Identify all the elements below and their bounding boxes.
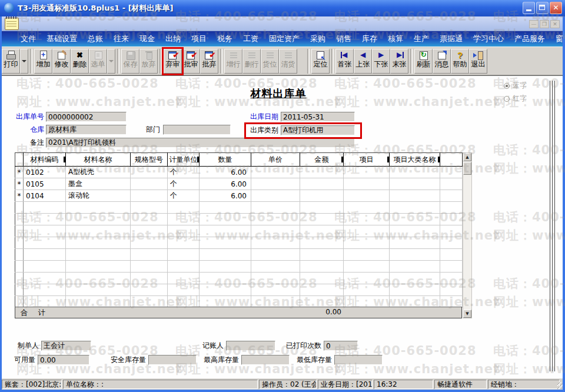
grid-cell[interactable] bbox=[251, 214, 300, 225]
grid-cell[interactable] bbox=[440, 237, 463, 249]
grid-cell[interactable] bbox=[131, 167, 168, 178]
toolbar-delete-button[interactable]: 删除 bbox=[71, 49, 89, 74]
grid-cell[interactable] bbox=[200, 249, 251, 261]
grid-cell[interactable] bbox=[344, 261, 390, 273]
row-selector-cell[interactable] bbox=[15, 296, 24, 308]
grid-cell[interactable] bbox=[168, 273, 200, 284]
grid-cell[interactable] bbox=[300, 225, 344, 237]
safety-stock-input[interactable] bbox=[148, 355, 197, 365]
grid-cell[interactable] bbox=[344, 178, 390, 190]
toolbar-exit-button[interactable]: 退出 bbox=[469, 49, 487, 74]
grid-cell[interactable]: 0105 bbox=[24, 178, 66, 190]
toolbar-print-button[interactable]: 打印 bbox=[2, 49, 20, 74]
grid-cell[interactable] bbox=[344, 190, 390, 202]
toolbar-batch-approve-button[interactable]: 批审 bbox=[182, 49, 200, 74]
menu-item-9[interactable]: 固定资产 bbox=[264, 31, 305, 46]
scrollbar-thumb[interactable] bbox=[463, 162, 471, 175]
grid-cell[interactable] bbox=[66, 296, 131, 308]
maker-input[interactable] bbox=[41, 341, 91, 351]
menu-item-14[interactable]: 生产 bbox=[408, 31, 434, 46]
grid-cell[interactable] bbox=[200, 237, 251, 249]
toolbar-last-button[interactable]: 末张 bbox=[390, 49, 408, 74]
grid-cell[interactable] bbox=[251, 225, 300, 237]
child-minimize-button[interactable]: — bbox=[529, 20, 539, 28]
department-input[interactable] bbox=[163, 125, 231, 135]
grid-cell[interactable] bbox=[24, 273, 66, 284]
grid-cell[interactable] bbox=[131, 249, 168, 261]
grid-cell[interactable] bbox=[251, 202, 300, 214]
toolbar-batch-unapprove-button[interactable]: 批弃 bbox=[200, 49, 218, 74]
grid-cell[interactable] bbox=[390, 202, 440, 214]
grid-cell[interactable] bbox=[344, 225, 390, 237]
grid-cell[interactable] bbox=[440, 225, 463, 237]
grid-cell[interactable] bbox=[168, 296, 200, 308]
grid-cell[interactable] bbox=[440, 167, 463, 178]
row-selector-cell[interactable]: * bbox=[15, 190, 24, 202]
row-selector-cell[interactable] bbox=[15, 214, 24, 225]
grid-cell[interactable] bbox=[24, 261, 66, 273]
scroll-up-icon[interactable]: ▲ bbox=[463, 153, 471, 161]
grid-cell[interactable] bbox=[251, 249, 300, 261]
menu-item-13[interactable]: 核算 bbox=[383, 31, 408, 46]
toolbar-prev-button[interactable]: 上张 bbox=[354, 49, 372, 74]
grid-cell[interactable] bbox=[440, 178, 463, 190]
order-no-input[interactable] bbox=[46, 112, 127, 122]
grid-cell[interactable] bbox=[200, 225, 251, 237]
grid-cell[interactable] bbox=[300, 296, 344, 308]
grid-cell[interactable] bbox=[390, 237, 440, 249]
grid-cell[interactable] bbox=[24, 284, 66, 296]
grid-cell[interactable] bbox=[344, 202, 390, 214]
row-selector-cell[interactable] bbox=[15, 237, 24, 249]
close-button[interactable]: ✕ bbox=[550, 2, 562, 14]
grid-cell[interactable] bbox=[251, 167, 300, 178]
grid-cell[interactable] bbox=[168, 249, 200, 261]
grid-cell[interactable] bbox=[24, 225, 66, 237]
grid-cell[interactable] bbox=[24, 296, 66, 308]
grid-cell[interactable] bbox=[251, 190, 300, 202]
grid-cell[interactable]: 个 bbox=[168, 190, 200, 202]
menu-item-4[interactable]: 现金 bbox=[134, 31, 160, 46]
grid-cell[interactable] bbox=[66, 249, 131, 261]
grid-cell[interactable] bbox=[440, 202, 463, 214]
remark-input[interactable] bbox=[46, 138, 355, 148]
grid-cell[interactable] bbox=[131, 214, 168, 225]
scroll-down-icon[interactable]: ▼ bbox=[463, 310, 471, 318]
grid-cell[interactable] bbox=[200, 261, 251, 273]
date-input[interactable] bbox=[281, 112, 355, 122]
grid-cell[interactable] bbox=[131, 225, 168, 237]
row-selector-cell[interactable]: * bbox=[15, 178, 24, 190]
grid-cell[interactable] bbox=[390, 178, 440, 190]
grid-cell[interactable] bbox=[300, 178, 344, 190]
menu-item-0[interactable]: 文件 bbox=[15, 31, 41, 46]
toolbar-add-button[interactable]: 增加 bbox=[34, 49, 52, 74]
grid-cell[interactable] bbox=[66, 284, 131, 296]
menu-item-12[interactable]: 库存 bbox=[357, 31, 383, 46]
grid-cell[interactable]: 6.00 bbox=[200, 167, 251, 178]
row-selector-cell[interactable] bbox=[15, 202, 24, 214]
grid-cell[interactable] bbox=[390, 214, 440, 225]
max-stock-input[interactable] bbox=[241, 355, 290, 365]
grid-cell[interactable] bbox=[344, 214, 390, 225]
grid-cell[interactable] bbox=[131, 202, 168, 214]
grid-cell[interactable] bbox=[390, 296, 440, 308]
grid-cell[interactable] bbox=[131, 284, 168, 296]
grid-cell[interactable] bbox=[300, 202, 344, 214]
grid-cell[interactable] bbox=[300, 237, 344, 249]
grid-cell[interactable] bbox=[344, 167, 390, 178]
grid-cell[interactable] bbox=[344, 249, 390, 261]
grid-cell[interactable] bbox=[66, 202, 131, 214]
min-stock-input[interactable] bbox=[334, 355, 383, 365]
row-selector-cell[interactable] bbox=[15, 284, 24, 296]
grid-cell[interactable] bbox=[66, 261, 131, 273]
grid-cell[interactable] bbox=[251, 178, 300, 190]
grid-cell[interactable] bbox=[344, 296, 390, 308]
grid-cell[interactable] bbox=[251, 273, 300, 284]
grid-cell[interactable] bbox=[66, 237, 131, 249]
grid-cell[interactable] bbox=[440, 214, 463, 225]
grid-cell[interactable] bbox=[24, 237, 66, 249]
toolbar-refresh-button[interactable]: 刷新 bbox=[414, 49, 433, 74]
toolbar-message-button[interactable]: 消息 bbox=[433, 49, 451, 74]
menu-item-10[interactable]: 采购 bbox=[305, 31, 331, 46]
grid-cell[interactable] bbox=[66, 214, 131, 225]
grid-cell[interactable] bbox=[24, 249, 66, 261]
